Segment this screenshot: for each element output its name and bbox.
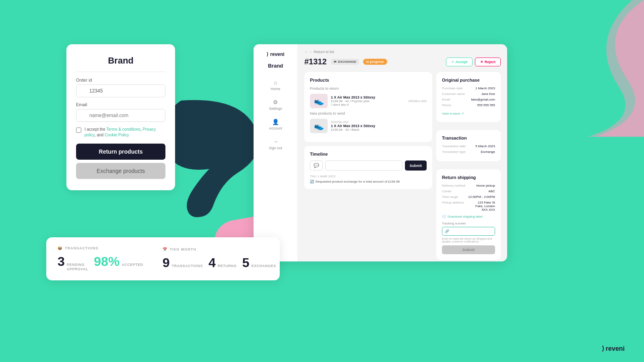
customer-name-value: Jane Doe — [481, 92, 495, 96]
view-store-link[interactable]: View in store ↗ — [442, 112, 464, 115]
reveni-chevron-icon: ⟩ — [602, 345, 604, 352]
purchase-date-value: 1 March 2023 — [475, 86, 495, 90]
new-product-img: 👟 — [310, 119, 328, 133]
accepted-label: ACCEPTED — [122, 263, 143, 267]
return-product-row: 👟 1 X Air Max 2013 x Stüssy £199.98 · 43… — [310, 94, 427, 108]
time-range-value: 12:00PM - 2:00PM — [468, 195, 495, 199]
timeline-event-text: Requested product exchange for a total a… — [316, 180, 400, 183]
timeline-input-icon: 💬 — [310, 160, 323, 171]
calendar-icon: 📅 — [163, 247, 167, 251]
accept-button[interactable]: ✓ Accept — [446, 58, 473, 66]
exchanges-stat: 5 EXCHANGES — [242, 255, 276, 270]
terms-link[interactable]: Terms & conditions — [106, 127, 140, 132]
new-product-name: 1 X Air Max 2013 x Stüssy — [331, 124, 427, 128]
purchase-date-label: Purchase date — [442, 86, 463, 90]
return-product-ref: DR2601-600 — [409, 99, 427, 103]
terms-checkbox[interactable] — [76, 128, 81, 133]
tracking-input-wrapper: 🔗 — [442, 227, 495, 236]
tracking-input[interactable] — [442, 227, 495, 236]
purchase-date-row: Purchase date 1 March 2023 — [442, 86, 495, 90]
delivery-method-row: Delivery method Home pickup — [442, 184, 495, 187]
login-card-title: Brand — [76, 56, 165, 72]
sidebar-home-label: Home — [270, 87, 280, 91]
accepted-stat: 98% ACCEPTED — [94, 254, 143, 269]
pickup-address-label: Pickup address — [442, 201, 464, 212]
pickup-address-row: Pickup address 123 Fake StFake, London5X… — [442, 201, 495, 212]
timeline-input[interactable] — [325, 160, 402, 171]
transactions-section: 📦 TRANSACTIONS 3 PENDINGAPPROVAL 98% ACC… — [58, 246, 143, 272]
time-range-row: Time range 12:00PM - 2:00PM — [442, 195, 495, 199]
transaction-title: Transaction — [442, 136, 495, 140]
return-products-button[interactable]: Return products — [76, 144, 165, 160]
timeline-submit-button[interactable]: Submit — [405, 160, 427, 171]
timeline-panel: Timeline 💬 Submit THU 1 MAR 2023 🔄 Reque… — [304, 146, 432, 189]
cookie-link[interactable]: Cookie Policy — [105, 133, 129, 137]
sidebar-item-account[interactable]: 👤 Account — [254, 115, 297, 134]
sidebar-nav: ⌂ Home ⚙ Settings 👤 Account → Sign out — [254, 75, 297, 154]
delivery-method-label: Delivery method — [442, 184, 465, 187]
reveni-logo-bottom-right: ⟩ reveni — [602, 345, 625, 352]
login-card: Brand Order id 🔗 Email @ I accept the Te… — [66, 44, 175, 190]
email-row: Email fake@gmail.com — [442, 98, 495, 101]
transaction-date-value: 5 March 2023 — [475, 144, 495, 148]
page-header: #1312 ⇄ EXCHANGE in progress ✓ Accept ✕ … — [304, 57, 501, 66]
sidebar-item-home[interactable]: ⌂ Home — [254, 75, 297, 95]
exchange-badge-text: EXCHANGE — [338, 60, 356, 64]
terms-row: I accept the Terms & conditions, Privacy… — [76, 127, 165, 138]
return-product-img: 👟 — [310, 94, 328, 108]
download-icon: 📄 — [442, 215, 446, 218]
timeline-event-icon: 🔄 — [310, 180, 314, 183]
back-link[interactable]: ← ← Return to list — [304, 50, 501, 54]
timeline-item: 🔄 Requested product exchange for a total… — [310, 180, 427, 183]
header-actions: ✓ Accept ✕ Reject — [446, 58, 501, 66]
stats-card: 📦 TRANSACTIONS 3 PENDINGAPPROVAL 98% ACC… — [46, 237, 280, 280]
order-id-input[interactable] — [76, 84, 165, 97]
status-badge: in progress — [363, 59, 387, 65]
new-product-row: 👟 D09782-001 1 X Air Max 2013 x Stüssy £… — [310, 119, 427, 133]
phone-row: Phone 555 555 555 — [442, 103, 495, 107]
reveni-logo-text: reveni — [270, 51, 284, 57]
pending-number: 3 — [58, 254, 65, 269]
timeline-input-row: 💬 Submit — [310, 160, 427, 171]
transactions-title: 📦 TRANSACTIONS — [58, 246, 143, 250]
sidebar-item-settings[interactable]: ⚙ Settings — [254, 95, 297, 115]
delivery-method-value: Home pickup — [476, 184, 495, 187]
exchange-badge: ⇄ EXCHANGE — [331, 59, 359, 65]
sidebar: ⟩ reveni Brand ⌂ Home ⚙ Settings 👤 Accou… — [254, 44, 298, 261]
timeline-date: THU 1 MAR 2023 — [310, 175, 427, 178]
carrier-value: ABC — [489, 189, 495, 193]
tracking-section: Tracking number 🔗 Enter to mark the retu… — [442, 222, 495, 254]
download-shipping-label-link[interactable]: 📄 Download shipping label — [442, 215, 495, 218]
return-shipping-title: Return shipping — [442, 175, 495, 180]
carrier-row: Carrier ABC — [442, 189, 495, 193]
phone-value: 555 555 555 — [477, 103, 495, 107]
reject-button[interactable]: ✕ Reject — [475, 58, 501, 66]
page-title: #1312 — [304, 57, 327, 66]
sidebar-item-signout[interactable]: → Sign out — [254, 134, 297, 154]
order-id-input-wrapper: 🔗 — [76, 84, 165, 97]
customer-name-row: Customer name Jane Doe — [442, 92, 495, 96]
email-input[interactable] — [76, 109, 165, 122]
month-transactions-stat: 9 TRANSACTIONS — [163, 255, 203, 270]
carrier-label: Carrier — [442, 189, 452, 193]
account-icon: 👤 — [272, 119, 279, 125]
exchange-products-button[interactable]: Exchange products — [76, 163, 165, 179]
sidebar-brand: Brand — [268, 63, 283, 69]
phone-label: Phone — [442, 103, 451, 107]
settings-icon: ⚙ — [273, 99, 278, 105]
main-content: ← ← Return to list #1312 ⇄ EXCHANGE in p… — [298, 44, 507, 261]
right-column: Original purchase Purchase date 1 March … — [436, 72, 501, 261]
order-id-label: Order id — [76, 78, 165, 82]
transaction-panel: Transaction Transaction date 5 March 202… — [436, 130, 501, 161]
exchange-badge-icon: ⇄ — [334, 60, 336, 64]
return-product-reason: 'I don't like it' — [331, 103, 405, 107]
tracking-submit-button[interactable]: Submit — [442, 245, 495, 254]
new-product-meta: £199.08 · 43 / Black — [331, 128, 427, 132]
exchanges-label: EXCHANGES — [252, 264, 277, 268]
pending-stat: 3 PENDINGAPPROVAL — [58, 254, 88, 272]
transaction-date-row: Transaction date 5 March 2023 — [442, 144, 495, 148]
back-arrow-icon: ← — [304, 50, 308, 54]
reveni-logo-icon: ⟩ — [266, 51, 268, 57]
month-transactions-number: 9 — [163, 255, 170, 270]
time-range-label: Time range — [442, 195, 458, 199]
